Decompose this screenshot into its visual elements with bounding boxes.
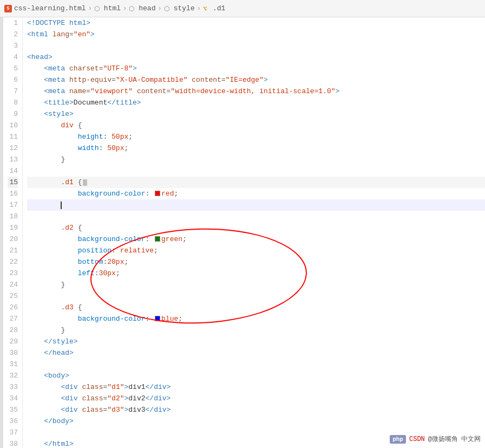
line-numbers: 1 2 3 4 5 6 7 8 9 10 11 12 13 14 15 16 1… <box>3 17 23 448</box>
tag-icon-1: ⬡ <box>94 5 102 12</box>
code-line-34: <div class = "d2" > div2 </div> <box>27 393 485 404</box>
line-num-26: 26 <box>8 302 18 313</box>
line-num-9: 9 <box>8 108 18 120</box>
code-line-30: </head> <box>27 347 485 359</box>
code-line-35: <div class = "d3" > div3 </div> <box>27 404 485 415</box>
breadcrumb-item-head[interactable]: ⬡ head <box>129 4 155 12</box>
text-cursor <box>61 202 62 209</box>
line-num-16: 16 <box>8 188 18 199</box>
line-num-31: 31 <box>8 359 18 370</box>
breadcrumb-sep-3: › <box>158 5 161 12</box>
tag-icon-3: ⬡ <box>164 5 172 12</box>
line-num-28: 28 <box>8 324 18 336</box>
line-num-23: 23 <box>8 268 18 279</box>
line-num-36: 36 <box>8 415 18 427</box>
code-line-13: } <box>27 154 485 165</box>
line-num-25: 25 <box>8 290 18 302</box>
line-num-22: 22 <box>8 256 18 268</box>
code-line-23: left : 30px ; <box>27 268 485 279</box>
line-num-37: 37 <box>8 427 18 438</box>
line-num-19: 19 <box>8 222 18 233</box>
editor-container: 1 2 3 4 5 6 7 8 9 10 11 12 13 14 15 16 1… <box>0 17 485 448</box>
code-line-21: position : relative ; <box>27 245 485 256</box>
code-line-16: background-color : red ; <box>27 188 485 199</box>
code-line-22: bottom : 20px ; <box>27 256 485 268</box>
line-num-24: 24 <box>8 279 18 290</box>
line-num-35: 35 <box>8 404 18 415</box>
line-num-13: 13 <box>8 154 18 165</box>
line-num-10: 10 <box>8 120 18 131</box>
breadcrumb-file-label: css-learning.html <box>14 4 86 12</box>
line-num-12: 12 <box>8 142 18 154</box>
line-num-29: 29 <box>8 336 18 347</box>
line-num-15: 15 <box>8 177 18 188</box>
code-head-open: <head> <box>27 51 53 63</box>
code-line-24: } <box>27 279 485 290</box>
line-num-30: 30 <box>8 347 18 359</box>
line-num-27: 27 <box>8 313 18 324</box>
line-num-1: 1 <box>8 17 18 29</box>
line-num-6: 6 <box>8 74 18 86</box>
green-swatch <box>155 236 160 242</box>
code-line-29: </style> <box>27 336 485 347</box>
code-html-open: <html <box>27 29 48 40</box>
code-line-27: background-color : blue ; <box>27 313 485 324</box>
line-num-5: 5 <box>8 63 18 74</box>
breadcrumb-item-file[interactable]: 5 css-learning.html <box>4 4 86 12</box>
line-num-32: 32 <box>8 370 18 381</box>
code-line-5: <meta charset = "UTF-8" > <box>27 63 485 74</box>
code-line-18 <box>27 211 485 222</box>
breadcrumb-sep-4: › <box>197 5 201 12</box>
watermark: php CSDN @微扬嘴角 中文网 <box>390 434 481 444</box>
code-line-33: <div class = "d1" > div1 </div> <box>27 381 485 393</box>
code-html-val: "en" <box>74 29 90 40</box>
line-num-33: 33 <box>8 381 18 393</box>
code-line-32: <body> <box>27 370 485 381</box>
code-line-25 <box>27 290 485 302</box>
breadcrumb-item-html[interactable]: ⬡ html <box>94 4 121 12</box>
line-num-7: 7 <box>8 86 18 97</box>
line-num-20: 20 <box>8 233 18 245</box>
red-swatch <box>155 191 160 196</box>
code-line-1: <!DOCTYPE html> <box>27 17 485 29</box>
breadcrumb-head-label: head <box>139 4 155 12</box>
html5-icon: 5 <box>4 5 12 12</box>
line-num-2: 2 <box>8 29 18 40</box>
breadcrumb-html-label: html <box>104 4 121 12</box>
code-html-close: > <box>90 29 95 40</box>
breadcrumb-item-style[interactable]: ⬡ style <box>164 4 195 12</box>
breadcrumb-item-class[interactable]: ⌥ .d1 <box>203 4 225 12</box>
class-icon: ⌥ <box>203 5 211 12</box>
tag-icon-2: ⬡ <box>129 5 136 12</box>
code-line-17 <box>27 199 485 211</box>
breadcrumb-bar: 5 css-learning.html › ⬡ html › ⬡ head › … <box>0 0 485 17</box>
code-line-28: } <box>27 324 485 336</box>
block-indicator <box>83 179 87 186</box>
breadcrumb-sep-1: › <box>88 5 92 12</box>
line-num-11: 11 <box>8 131 18 142</box>
line-num-17: 17 <box>8 199 18 211</box>
breadcrumb-sep-2: › <box>123 5 127 12</box>
line-num-34: 34 <box>8 393 18 404</box>
code-html-space <box>48 29 53 40</box>
code-line-26: .d3 { <box>27 302 485 313</box>
code-line-7: <meta name = "viewport" content = "width… <box>27 86 485 97</box>
code-line-4: <head> <box>27 51 485 63</box>
breadcrumb-class-label: .d1 <box>213 4 225 12</box>
line-num-38: 38 <box>8 438 18 448</box>
code-line-15: .d1 { <box>27 177 485 188</box>
line-num-18: 18 <box>8 211 18 222</box>
code-line-6: <meta http-equiv = "X-UA-Compatible" con… <box>27 74 485 86</box>
code-line-8: <title> Document </title> <box>27 97 485 108</box>
php-badge: php <box>390 435 406 444</box>
code-line-2: <html lang = "en" > <box>27 29 485 40</box>
code-line-3 <box>27 40 485 51</box>
watermark-site: 中文网 <box>461 434 481 444</box>
code-area[interactable]: <!DOCTYPE html> <html lang = "en" > <hea… <box>23 17 485 448</box>
line-num-8: 8 <box>8 97 18 108</box>
line-num-14: 14 <box>8 165 18 177</box>
code-doctype: <!DOCTYPE html> <box>27 17 90 29</box>
code-line-20: background-color : green ; <box>27 233 485 245</box>
code-line-10: div { <box>27 120 485 131</box>
code-line-11: height : 50px ; <box>27 131 485 142</box>
